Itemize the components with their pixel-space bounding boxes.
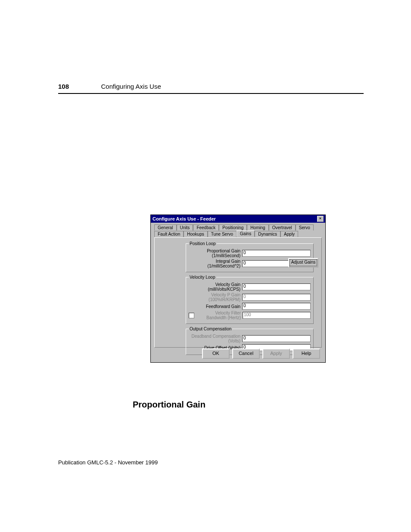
tab-gains[interactable]: Gains	[237, 230, 255, 236]
velocity-p-gain-label: Velocity P Gain (100%IR/KRPM)	[189, 292, 242, 302]
tab-overtravel[interactable]: Overtravel	[269, 224, 296, 230]
dialog-titlebar: Configure Axis Use - Feeder ×	[151, 215, 325, 223]
velocity-loop-group: Velocity Loop Velocity Gain (milliVolts/…	[186, 275, 314, 324]
publication-footer: Publication GMLC-5.2 - November 1999	[58, 459, 158, 466]
deadband-comp-input[interactable]: 0	[242, 335, 311, 342]
apply-button: Apply	[262, 348, 290, 359]
feedforward-gain-input[interactable]: 0	[242, 303, 311, 310]
tab-positioning[interactable]: Positioning	[219, 224, 247, 230]
tab-tune-servo[interactable]: Tune Servo	[208, 231, 237, 237]
section-heading: Proportional Gain	[133, 400, 206, 410]
velocity-filter-checkbox[interactable]	[189, 313, 194, 318]
velocity-loop-legend: Velocity Loop	[189, 275, 216, 280]
tab-units[interactable]: Units	[177, 224, 193, 230]
tab-general[interactable]: General	[154, 224, 177, 230]
tab-dynamics[interactable]: Dynamics	[255, 231, 280, 237]
header-rule	[58, 93, 364, 94]
tab-servo[interactable]: Servo	[296, 224, 314, 230]
feedforward-gain-label: Feedforward Gain	[189, 304, 242, 309]
integral-gain-label: Integral Gain (1/milliSecond^2)	[189, 259, 242, 268]
output-compensation-legend: Output Compensation	[189, 327, 232, 331]
cancel-button[interactable]: Cancel	[232, 348, 260, 359]
velocity-gain-label: Velocity Gain (milliVolts/KCPS)	[189, 282, 242, 292]
page-header: 108 Configuring Axis Use	[58, 83, 364, 94]
velocity-filter-bw-input: 100	[243, 312, 311, 319]
proportional-gain-label: Proportional Gain (1/milliSecond)	[189, 249, 242, 258]
configure-axis-dialog: Configure Axis Use - Feeder × General Un…	[150, 215, 326, 363]
close-icon[interactable]: ×	[317, 216, 324, 222]
gains-tabpage: Position Loop Proportional Gain (1/milli…	[154, 237, 322, 348]
tab-homing[interactable]: Homing	[247, 224, 268, 230]
position-loop-group: Position Loop Proportional Gain (1/milli…	[186, 241, 314, 272]
tab-fault-action[interactable]: Fault Action	[154, 231, 184, 237]
velocity-gain-input[interactable]: 0	[242, 283, 311, 290]
tab-row-1: General Units Feedback Positioning Homin…	[154, 224, 322, 230]
tab-row-2: Fault Action Hookups Tune Servo Gains Dy…	[154, 231, 322, 237]
deadband-comp-label: Deadband Compensation (Volts)	[189, 334, 242, 343]
tab-feedback[interactable]: Feedback	[193, 224, 219, 230]
tab-hookups[interactable]: Hookups	[184, 231, 207, 237]
header-title: Configuring Axis Use	[101, 83, 161, 90]
position-loop-legend: Position Loop	[189, 241, 217, 246]
page-number: 108	[58, 83, 69, 90]
help-button[interactable]: Help	[293, 348, 320, 359]
tab-apply[interactable]: Apply	[280, 231, 298, 237]
dialog-title: Configure Axis Use - Feeder	[153, 216, 216, 221]
adjust-gains-button[interactable]: Adjust Gains	[288, 258, 318, 268]
velocity-filter-bw-label: Velocity Filter Bandwidth (Hertz)	[196, 311, 243, 320]
dialog-button-row: OK Cancel Apply Help	[202, 348, 320, 359]
ok-button[interactable]: OK	[202, 348, 230, 359]
proportional-gain-input[interactable]: 0	[242, 250, 311, 257]
velocity-p-gain-input: 0	[242, 294, 311, 301]
